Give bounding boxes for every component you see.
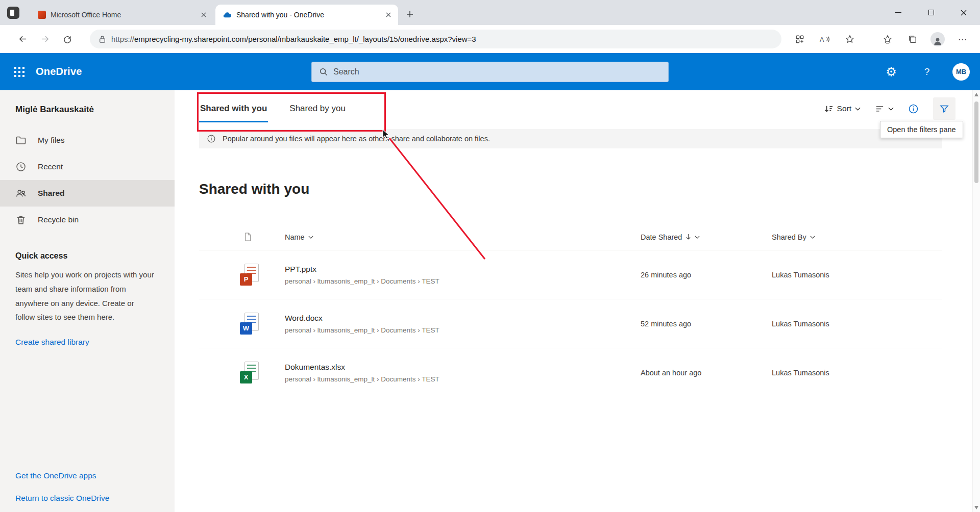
chevron-down-icon [308, 236, 313, 239]
page-title: Shared with you [199, 181, 980, 197]
shared-by: Lukas Tumasonis [772, 320, 942, 328]
sort-icon [824, 104, 834, 114]
scroll-down-icon[interactable] [974, 506, 978, 509]
column-date-shared[interactable]: Date Shared [641, 233, 772, 241]
sidebar-item-label: My files [38, 136, 65, 145]
sidebar-item-recycle-bin[interactable]: Recycle bin [0, 207, 175, 233]
filter-button[interactable] [933, 97, 955, 120]
tab-shared-by-you[interactable]: Shared by you [288, 90, 347, 127]
browser-tab-onedrive[interactable]: Shared with you - OneDrive [215, 5, 398, 25]
search-box[interactable] [311, 62, 669, 82]
file-table: Name Date Shared Shared By [199, 224, 942, 397]
sidebar-item-shared[interactable]: Shared [0, 180, 175, 207]
close-tab-icon[interactable] [384, 10, 393, 19]
scroll-up-icon[interactable] [974, 93, 978, 96]
file-name[interactable]: PPT.pptx [285, 265, 641, 274]
window-controls [882, 0, 980, 25]
table-row[interactable]: X Dokumentas.xlsx personal › ltumasonis_… [199, 348, 942, 397]
chevron-down-icon [695, 236, 700, 239]
close-window-icon[interactable] [947, 0, 980, 25]
file-path-breadcrumb[interactable]: personal › ltumasonis_emp_lt › Documents… [285, 326, 641, 334]
sidebar-item-my-files[interactable]: My files [0, 127, 175, 153]
tab-shared-with-you[interactable]: Shared with you [199, 90, 268, 127]
minimize-icon[interactable] [882, 0, 915, 25]
quick-access-title: Quick access [15, 251, 175, 261]
document-icon [244, 232, 252, 242]
details-pane-button[interactable] [908, 104, 919, 114]
onedrive-logo-icon [223, 12, 232, 18]
pivot-tabs: Shared with you Shared by you [199, 90, 347, 127]
sidebar-item-label: Shared [38, 189, 65, 198]
back-icon[interactable] [11, 29, 34, 49]
excel-file-icon: X [240, 362, 260, 384]
sidebar-footer: Get the OneDrive apps Return to classic … [15, 471, 109, 503]
date-shared: About an hour ago [641, 369, 772, 377]
file-name[interactable]: Word.docx [285, 314, 641, 323]
profile-avatar[interactable] [927, 29, 948, 49]
forward-icon[interactable] [34, 29, 56, 49]
file-name[interactable]: Dokumentas.xlsx [285, 363, 641, 372]
add-favorite-icon[interactable] [840, 29, 860, 49]
recycle-bin-icon [15, 214, 27, 225]
browser-window: Microsoft Office Home Shared with you - … [0, 0, 980, 512]
table-row[interactable]: P PPT.pptx personal › ltumasonis_emp_lt … [199, 250, 942, 299]
address-bar[interactable]: https://emprecycling-my.sharepoint.com/p… [90, 30, 781, 48]
sidebar-user-name: Miglė Barkauskaitė [15, 105, 175, 115]
settings-gear-icon[interactable] [881, 62, 901, 82]
search-input[interactable] [333, 67, 661, 76]
word-file-icon: W [240, 313, 260, 335]
file-path-breadcrumb[interactable]: personal › ltumasonis_emp_lt › Documents… [285, 277, 641, 285]
column-shared-by[interactable]: Shared By [772, 233, 942, 241]
shared-by: Lukas Tumasonis [772, 271, 942, 279]
browser-toolbar: https://emprecycling-my.sharepoint.com/p… [0, 25, 980, 53]
info-banner: Popular around you files will appear her… [199, 129, 942, 148]
create-shared-library-link[interactable]: Create shared library [15, 338, 175, 347]
info-icon [908, 104, 919, 114]
clock-icon [15, 161, 27, 172]
chevron-down-icon [810, 236, 815, 239]
get-onedrive-apps-link[interactable]: Get the OneDrive apps [15, 471, 109, 480]
main-content: Shared with you Shared by you Sort [175, 90, 980, 512]
people-icon [15, 188, 27, 199]
date-shared: 52 minutes ago [641, 320, 772, 328]
account-avatar[interactable]: MB [952, 63, 970, 81]
column-name[interactable]: Name [285, 233, 641, 241]
browser-tab-office[interactable]: Microsoft Office Home [31, 5, 213, 25]
collections-icon[interactable] [902, 29, 923, 49]
close-tab-icon[interactable] [199, 10, 208, 19]
maximize-icon[interactable] [915, 0, 947, 25]
view-options-button[interactable] [875, 104, 894, 114]
table-header: Name Date Shared Shared By [199, 224, 942, 250]
favorites-icon[interactable] [877, 29, 898, 49]
file-path-breadcrumb[interactable]: personal › ltumasonis_emp_lt › Documents… [285, 375, 641, 383]
column-file-type[interactable] [199, 232, 285, 242]
refresh-icon[interactable] [56, 29, 79, 49]
app-launcher-icon[interactable] [7, 60, 32, 84]
suite-header-actions: ? MB [881, 53, 980, 90]
apps-icon[interactable] [790, 29, 810, 49]
return-classic-link[interactable]: Return to classic OneDrive [15, 494, 109, 503]
sidebar: Miglė Barkauskaitė My files Recent Share… [0, 90, 175, 512]
info-icon [207, 134, 216, 143]
banner-text: Popular around you files will appear her… [223, 135, 490, 143]
tab-actions-icon[interactable] [7, 7, 19, 19]
sort-button[interactable]: Sort [824, 104, 861, 114]
tab-title: Microsoft Office Home [51, 11, 194, 19]
scrollbar-thumb[interactable] [974, 101, 978, 183]
browser-menu-icon[interactable]: ⋯ [952, 29, 973, 49]
suite-header: OneDrive ? MB [0, 53, 980, 90]
sidebar-item-recent[interactable]: Recent [0, 153, 175, 180]
table-row[interactable]: W Word.docx personal › ltumasonis_emp_lt… [199, 299, 942, 348]
sort-label: Sort [837, 104, 851, 113]
sidebar-item-label: Recycle bin [38, 215, 79, 224]
office-logo-icon [38, 11, 46, 19]
quick-access-text: Sites help you work on projects with you… [15, 268, 155, 324]
help-icon[interactable]: ? [917, 62, 937, 82]
toolbar-icons: A ⋯ [790, 29, 973, 49]
new-tab-icon[interactable] [402, 7, 418, 22]
page-scrollbar[interactable] [972, 90, 980, 512]
svg-text:A: A [820, 36, 824, 43]
tab-title: Shared with you - OneDrive [236, 11, 379, 19]
read-aloud-icon[interactable]: A [815, 29, 835, 49]
view-options-icon [875, 104, 885, 114]
